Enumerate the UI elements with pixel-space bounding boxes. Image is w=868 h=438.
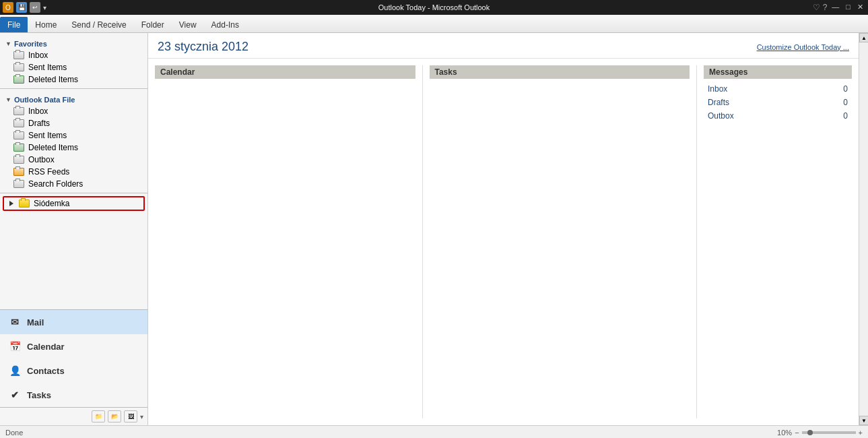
outbox-folder-icon xyxy=(13,156,24,164)
zoom-handle[interactable] xyxy=(807,430,813,435)
inbox-folder-icon xyxy=(13,107,24,115)
heart-icon: ♡ xyxy=(813,3,820,12)
footer-btn-1[interactable]: 📁 xyxy=(92,410,105,423)
sidebar-item-label: Outbox xyxy=(28,155,55,164)
datafile-label: Outlook Data File xyxy=(14,96,75,104)
sidebar: ▼ Favorites Inbox Sent Items Deleted Ite… xyxy=(0,33,148,425)
customize-link[interactable]: Customize Outlook Today ... xyxy=(757,43,849,51)
tab-folder[interactable]: Folder xyxy=(134,17,172,32)
scroll-down-button[interactable]: ▼ xyxy=(859,416,868,425)
nav-calendar[interactable]: 📅 Calendar xyxy=(0,334,147,358)
sidebar-item-favorites-deleted[interactable]: Deleted Items xyxy=(0,73,147,86)
siodmka-expand-icon xyxy=(9,201,13,206)
sidebar-item-label: Search Folders xyxy=(28,179,83,189)
outbox-count: 0 xyxy=(843,111,848,121)
footer-btn-3[interactable]: 🖼 xyxy=(124,410,137,423)
outlook-icon: O xyxy=(3,2,13,13)
siodmka-highlight-box: Siódemka xyxy=(3,196,145,211)
sidebar-item-search[interactable]: Search Folders xyxy=(0,178,147,190)
minimize-button[interactable]: — xyxy=(830,3,841,12)
sidebar-item-rss[interactable]: RSS Feeds xyxy=(0,166,147,178)
sidebar-item-label: Deleted Items xyxy=(28,143,78,152)
nav-mail-label: Mail xyxy=(27,317,44,327)
scroll-up-button[interactable]: ▲ xyxy=(859,33,868,42)
drafts-count: 0 xyxy=(843,98,848,107)
nav-mail[interactable]: ✉ Mail xyxy=(0,310,147,334)
search-folder-icon xyxy=(13,180,24,188)
tab-send-receive[interactable]: Send / Receive xyxy=(64,17,133,32)
content-scrollbar: ▲ ▼ xyxy=(859,33,868,425)
tab-file[interactable]: File xyxy=(0,17,28,32)
tasks-icon: ✔ xyxy=(8,388,22,402)
sidebar-item-deleted[interactable]: Deleted Items xyxy=(0,142,147,154)
favorites-section-header[interactable]: ▼ Favorites xyxy=(0,36,147,49)
status-text: Done xyxy=(5,429,23,437)
main-layout: ▼ Favorites Inbox Sent Items Deleted Ite… xyxy=(0,33,868,425)
sidebar-item-label: RSS Feeds xyxy=(28,167,69,177)
inbox-folder-icon xyxy=(13,51,24,59)
rss-folder-icon xyxy=(13,168,24,176)
sidebar-item-favorites-inbox[interactable]: Inbox xyxy=(0,49,147,61)
calendar-section: Calendar xyxy=(155,65,423,418)
deleted-folder-icon xyxy=(13,144,24,152)
status-bar: Done 10% − + xyxy=(0,425,868,438)
zoom-increase-icon[interactable]: + xyxy=(859,429,863,437)
footer-more-btn[interactable]: ▾ xyxy=(140,413,143,420)
sidebar-item-label: Sent Items xyxy=(28,131,67,140)
sidebar-item-label: Inbox xyxy=(28,106,48,116)
sidebar-item-label: Drafts xyxy=(28,119,50,128)
tab-view[interactable]: View xyxy=(172,17,204,32)
zoom-level: 10% xyxy=(777,429,792,437)
nav-contacts-label: Contacts xyxy=(27,366,65,376)
sidebar-item-drafts[interactable]: Drafts xyxy=(0,117,147,129)
title-bar: O 💾 ↩ ▾ Outlook Today - Microsoft Outloo… xyxy=(0,0,868,15)
sidebar-item-sent[interactable]: Sent Items xyxy=(0,129,147,142)
close-button[interactable]: ✕ xyxy=(855,3,865,12)
nav-tasks[interactable]: ✔ Tasks xyxy=(0,383,147,407)
deleted-folder-icon xyxy=(13,75,24,84)
sidebar-item-label: Siódemka xyxy=(34,199,69,208)
sidebar-item-label: Inbox xyxy=(28,51,48,60)
undo-icon[interactable]: ↩ xyxy=(30,2,40,13)
favorites-label: Favorites xyxy=(14,40,47,48)
contacts-icon: 👤 xyxy=(8,364,22,377)
nav-contacts[interactable]: 👤 Contacts xyxy=(0,358,147,383)
outbox-link[interactable]: Outbox xyxy=(708,111,734,121)
content-area: 23 stycznia 2012 Customize Outlook Today… xyxy=(148,33,859,425)
sent-folder-icon xyxy=(13,131,24,139)
favorites-collapse-icon: ▼ xyxy=(5,40,11,47)
sidebar-item-favorites-sent[interactable]: Sent Items xyxy=(0,61,147,73)
messages-table: Inbox 0 Drafts 0 Outbox 0 xyxy=(704,82,852,123)
sent-folder-icon xyxy=(13,63,24,71)
content-header: 23 stycznia 2012 Customize Outlook Today… xyxy=(148,33,859,59)
zoom-decrease-icon[interactable]: − xyxy=(795,429,799,437)
sidebar-item-outbox[interactable]: Outbox xyxy=(0,154,147,166)
zoom-area: 10% − + xyxy=(777,429,863,437)
sidebar-item-inbox[interactable]: Inbox xyxy=(0,105,147,117)
zoom-slider[interactable] xyxy=(802,431,856,434)
bottom-navigation: ✉ Mail 📅 Calendar 👤 Contacts ✔ Tasks xyxy=(0,309,147,407)
divider2 xyxy=(0,193,147,193)
nav-tasks-label: Tasks xyxy=(27,390,51,400)
save-icon[interactable]: 💾 xyxy=(16,2,27,13)
nav-calendar-label: Calendar xyxy=(27,342,65,352)
tab-home[interactable]: Home xyxy=(28,17,64,32)
tab-addins[interactable]: Add-Ins xyxy=(204,17,246,32)
tasks-section-title: Tasks xyxy=(430,65,690,79)
sidebar-nav: ▼ Favorites Inbox Sent Items Deleted Ite… xyxy=(0,33,147,309)
inbox-link[interactable]: Inbox xyxy=(708,84,727,94)
tasks-section: Tasks xyxy=(430,65,698,418)
sidebar-item-siodmka[interactable]: Siódemka xyxy=(4,197,143,210)
messages-section-title: Messages xyxy=(704,65,852,79)
scroll-track[interactable] xyxy=(859,42,868,416)
current-date: 23 stycznia 2012 xyxy=(158,40,248,54)
help-icon[interactable]: ? xyxy=(823,3,828,12)
footer-btn-2[interactable]: 📂 xyxy=(108,410,121,423)
restore-button[interactable]: □ xyxy=(844,3,853,12)
sidebar-footer: 📁 📂 🖼 ▾ xyxy=(0,407,147,425)
dropdown-arrow[interactable]: ▾ xyxy=(43,4,46,11)
datafile-section-header[interactable]: ▼ Outlook Data File xyxy=(0,92,147,105)
sidebar-item-label: Sent Items xyxy=(28,63,67,72)
window-title: Outlook Today - Microsoft Outlook xyxy=(378,3,490,11)
drafts-link[interactable]: Drafts xyxy=(708,98,729,107)
